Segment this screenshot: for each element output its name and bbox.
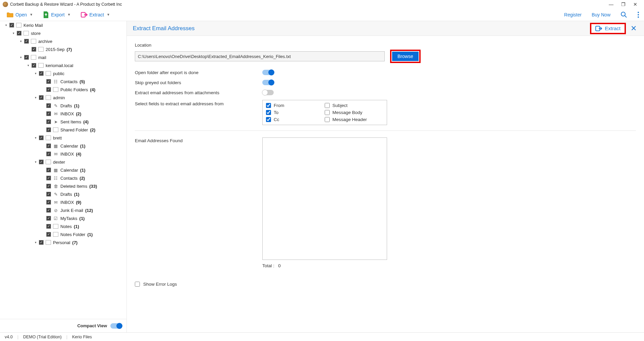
tree-checkbox[interactable] (46, 79, 51, 84)
tree-checkbox[interactable] (46, 192, 51, 196)
tree-checkbox[interactable] (46, 216, 51, 221)
tree-checkbox[interactable] (46, 200, 51, 205)
tree-item[interactable]: ▾☷Contacts(2) (0, 174, 126, 182)
toggle-skip-grey[interactable] (262, 80, 274, 85)
tree-checkbox[interactable] (46, 176, 51, 180)
tree-item[interactable]: ▾archive (0, 37, 126, 45)
tree-checkbox[interactable] (46, 119, 51, 124)
field-to[interactable]: To (266, 110, 325, 115)
tree-item[interactable]: ▾Kerio Mail (0, 21, 126, 29)
minimize-button[interactable]: — (605, 2, 617, 7)
chevron-down-icon[interactable]: ▾ (34, 136, 38, 139)
tree-item[interactable]: ▾☑MyTasks(1) (0, 214, 126, 222)
folder-tree-sidebar: ▾Kerio Mail▾store▾archive▾2015-Sep(7)▾ma… (0, 21, 127, 332)
tree-item[interactable]: ▾admin (0, 94, 126, 102)
search-icon[interactable] (621, 11, 627, 18)
tree-checkbox[interactable] (32, 63, 36, 68)
tree-checkbox[interactable] (46, 103, 51, 108)
export-menu[interactable]: Export ▼ (41, 10, 72, 20)
location-input[interactable] (135, 51, 385, 61)
tree-checkbox[interactable] (46, 127, 51, 132)
field-cc[interactable]: Cc (266, 117, 325, 122)
tree-item[interactable]: ▾✉INBOX(2) (0, 110, 126, 118)
field-subject[interactable]: Subject (325, 103, 383, 108)
tree-checkbox[interactable] (46, 208, 51, 213)
more-menu-icon[interactable] (637, 11, 639, 18)
field-from[interactable]: From (266, 103, 325, 108)
tree-checkbox[interactable] (46, 87, 51, 92)
tree-item[interactable]: ▾mail (0, 53, 126, 61)
tree-item[interactable]: ▾✎Drafts(1) (0, 190, 126, 198)
tree-checkbox[interactable] (39, 160, 44, 164)
found-list[interactable] (262, 137, 387, 260)
show-error-logs[interactable]: Show Error Logs (135, 282, 636, 287)
toggle-attachments[interactable] (262, 90, 274, 95)
tree-label: dexter (53, 160, 65, 165)
tree-checkbox[interactable] (46, 144, 51, 148)
tree-checkbox[interactable] (46, 184, 51, 188)
tree-checkbox[interactable] (24, 39, 29, 44)
buy-now-link[interactable]: Buy Now (592, 12, 610, 17)
tree-checkbox[interactable] (39, 135, 44, 140)
tree-item[interactable]: ▾store (0, 29, 126, 37)
tree-label: Junk E-mail (60, 208, 83, 213)
field-header[interactable]: Message Header (325, 117, 383, 122)
chevron-down-icon[interactable]: ▾ (11, 32, 15, 35)
tree-item[interactable]: ▾2015-Sep(7) (0, 45, 126, 53)
tree-checkbox[interactable] (32, 47, 36, 52)
tree-checkbox[interactable] (24, 55, 29, 60)
extract-menu[interactable]: Extract ▼ (79, 10, 112, 19)
tree-item[interactable]: ▾✉INBOX(4) (0, 150, 126, 158)
open-menu[interactable]: Open ▼ (5, 10, 35, 19)
tree-item[interactable]: ▾▦Calendar(1) (0, 166, 126, 174)
chevron-down-icon[interactable]: ▾ (34, 241, 38, 244)
tree-checkbox[interactable] (39, 95, 44, 100)
tree-item[interactable]: ▾✎Drafts(1) (0, 102, 126, 110)
tree-item[interactable]: ▾✉INBOX(9) (0, 198, 126, 206)
tree-checkbox[interactable] (9, 23, 14, 27)
error-logs-checkbox[interactable] (135, 282, 140, 287)
toggle-open-folder[interactable] (262, 70, 274, 75)
tree-item[interactable]: ▾dexter (0, 158, 126, 166)
extract-button[interactable]: Extract (590, 23, 626, 34)
tree-checkbox[interactable] (46, 168, 51, 172)
tree-item[interactable]: ▾Public Folders(4) (0, 86, 126, 94)
close-panel-button[interactable]: ✕ (629, 24, 638, 33)
tree-checkbox[interactable] (46, 111, 51, 116)
chevron-down-icon[interactable]: ▾ (4, 23, 8, 27)
tree-item[interactable]: ▾keriomail.local (0, 61, 126, 69)
maximize-button[interactable]: ❐ (617, 2, 629, 7)
tree-item[interactable]: ▾➤Sent Items(4) (0, 118, 126, 126)
chevron-down-icon[interactable]: ▾ (34, 96, 38, 99)
tree-item[interactable]: ▾Personal(7) (0, 238, 126, 246)
tree-item[interactable]: ▾⊘Junk E-mail(12) (0, 206, 126, 214)
tree-item[interactable]: ▾brett (0, 134, 126, 142)
tree-checkbox[interactable] (46, 232, 51, 237)
folder-tree[interactable]: ▾Kerio Mail▾store▾archive▾2015-Sep(7)▾ma… (0, 21, 126, 319)
browse-button[interactable]: Browse (392, 52, 419, 61)
tree-checkbox[interactable] (46, 152, 51, 156)
tree-item[interactable]: ▾▦Calendar(1) (0, 142, 126, 150)
register-link[interactable]: Register (564, 12, 582, 17)
main-area: ▾Kerio Mail▾store▾archive▾2015-Sep(7)▾ma… (0, 21, 644, 332)
tree-checkbox[interactable] (17, 31, 21, 36)
tree-item[interactable]: ▾🗑Deleted Items(33) (0, 182, 126, 190)
chevron-down-icon[interactable]: ▾ (34, 72, 38, 75)
tree-item[interactable]: ▾public (0, 69, 126, 77)
tree-label: INBOX (60, 152, 74, 157)
tree-item[interactable]: ▾☷Contacts(5) (0, 77, 126, 86)
tree-item[interactable]: ▾Notes(1) (0, 222, 126, 230)
chevron-down-icon[interactable]: ▾ (34, 160, 38, 164)
tree-item[interactable]: ▾Notes Folder(1) (0, 230, 126, 238)
tree-checkbox[interactable] (39, 71, 44, 76)
chevron-down-icon[interactable]: ▾ (19, 56, 23, 59)
field-body[interactable]: Message Body (325, 110, 383, 115)
tree-checkbox[interactable] (39, 240, 44, 245)
tree-checkbox[interactable] (46, 224, 51, 229)
compact-view-toggle[interactable] (110, 323, 122, 329)
tree-item[interactable]: ▾Shared Folder(2) (0, 126, 126, 134)
chevron-down-icon[interactable]: ▾ (19, 40, 23, 43)
tree-count: (4) (83, 119, 89, 124)
close-window-button[interactable]: ✕ (629, 2, 641, 7)
chevron-down-icon[interactable]: ▾ (26, 64, 30, 67)
